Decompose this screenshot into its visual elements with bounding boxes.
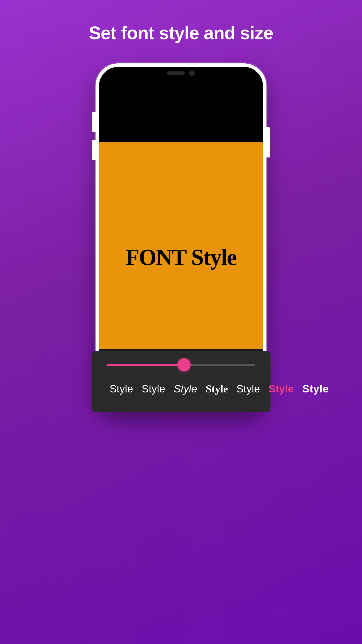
style-option-4[interactable]: Style: [234, 381, 263, 397]
slider-fill: [107, 364, 184, 366]
volume-up-button: [92, 112, 96, 132]
style-option-6[interactable]: Style: [299, 381, 332, 397]
style-option-2[interactable]: Style: [171, 381, 200, 397]
style-option-5[interactable]: Style: [265, 381, 297, 397]
volume-down-button: [92, 140, 96, 160]
phone-mockup: FONT Style + Background: [96, 63, 266, 411]
demo-text: FONT Style: [126, 244, 237, 270]
style-options-row: Style Style Style Style Style Style Styl…: [107, 381, 255, 397]
speaker: [167, 71, 185, 75]
slider-thumb[interactable]: [177, 358, 191, 371]
font-size-slider[interactable]: [107, 364, 255, 366]
phone-notch: [153, 67, 209, 79]
power-button: [266, 127, 270, 157]
screen-content-area: FONT Style: [99, 142, 263, 372]
style-option-3[interactable]: Style: [203, 381, 231, 397]
style-overlay-panel: Style Style Style Style Style Style Styl…: [92, 351, 270, 412]
style-option-0[interactable]: Style: [107, 381, 136, 397]
camera: [189, 70, 195, 76]
style-option-1[interactable]: Style: [139, 381, 168, 397]
page-title: Set font style and size: [89, 23, 273, 43]
